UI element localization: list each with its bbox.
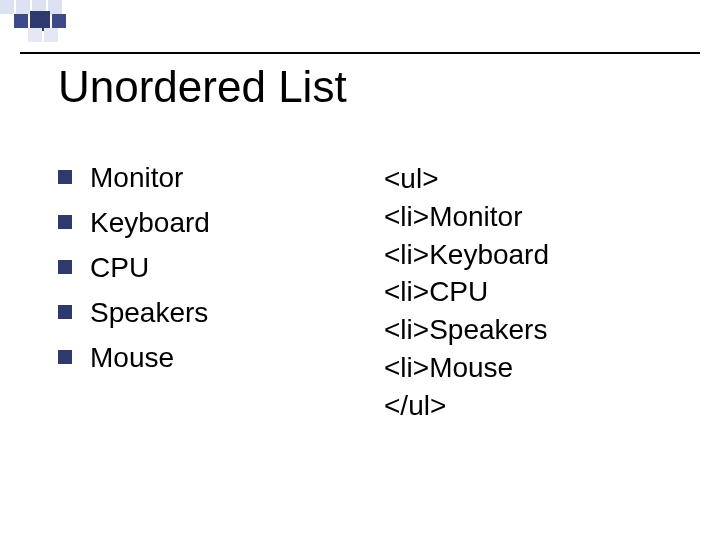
list-item: Keyboard xyxy=(58,205,354,240)
list-item-label: Monitor xyxy=(90,160,183,195)
code-line: <ul> xyxy=(384,160,680,198)
code-line: <li>Keyboard xyxy=(384,236,680,274)
code-line: <li>Monitor xyxy=(384,198,680,236)
corner-decoration xyxy=(0,0,140,52)
code-line: <li>Speakers xyxy=(384,311,680,349)
list-item: Monitor xyxy=(58,160,354,195)
slide: Unordered List Monitor Keyboard CPU Spea… xyxy=(0,0,720,540)
list-item: Mouse xyxy=(58,340,354,375)
square-bullet-icon xyxy=(58,260,72,274)
code-line: </ul> xyxy=(384,387,680,425)
title-underline xyxy=(20,52,700,54)
list-item-label: Mouse xyxy=(90,340,174,375)
square-bullet-icon xyxy=(58,170,72,184)
square-bullet-icon xyxy=(58,350,72,364)
square-bullet-icon xyxy=(58,215,72,229)
code-line: <li>Mouse xyxy=(384,349,680,387)
slide-body: Monitor Keyboard CPU Speakers Mouse <ul>… xyxy=(58,160,680,425)
square-bullet-icon xyxy=(58,305,72,319)
list-item-label: Keyboard xyxy=(90,205,210,240)
slide-title: Unordered List xyxy=(58,62,347,112)
list-item: Speakers xyxy=(58,295,354,330)
list-item: CPU xyxy=(58,250,354,285)
list-item-label: Speakers xyxy=(90,295,208,330)
list-item-label: CPU xyxy=(90,250,149,285)
left-column: Monitor Keyboard CPU Speakers Mouse xyxy=(58,160,374,425)
right-column: <ul> <li>Monitor <li>Keyboard <li>CPU <l… xyxy=(374,160,680,425)
code-line: <li>CPU xyxy=(384,273,680,311)
